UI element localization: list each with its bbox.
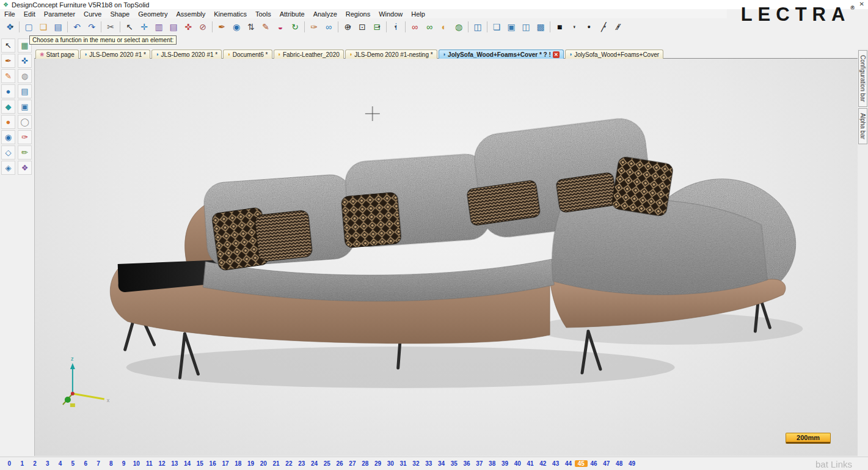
- toolbar-button[interactable]: ✒ ▾: [214, 20, 229, 34]
- layer-number[interactable]: 21: [270, 460, 283, 467]
- layer-number[interactable]: 46: [588, 460, 600, 467]
- menu-item[interactable]: Regions: [341, 10, 374, 18]
- toolbar-button[interactable]: ◒ ▾: [273, 20, 288, 34]
- close-icon[interactable]: ✕: [859, 1, 864, 7]
- configuration-bar-tab[interactable]: Configuration bar: [858, 50, 867, 107]
- select-tool-icon[interactable]: ↖: [1, 39, 15, 53]
- disc-tool-icon[interactable]: ●: [1, 115, 15, 129]
- toolbar-button[interactable]: ■ ▾: [552, 20, 567, 34]
- layer-number[interactable]: 25: [321, 460, 334, 467]
- menu-item[interactable]: Curve: [79, 10, 106, 18]
- layer-number[interactable]: 22: [283, 460, 296, 467]
- fan-tool-icon[interactable]: ❖: [18, 161, 32, 175]
- layer-number[interactable]: 40: [511, 460, 524, 467]
- tab-document6[interactable]: ◗ Document6 *: [223, 50, 272, 59]
- toolbar-button[interactable]: ❖ ▾: [2, 20, 17, 34]
- toolbar-button[interactable]: ↶ ▾: [70, 20, 84, 34]
- layer-number[interactable]: 47: [600, 460, 613, 467]
- layer-number[interactable]: 44: [562, 460, 575, 467]
- toolbar-button[interactable]: ⊟ ▾: [370, 20, 384, 34]
- layer-number[interactable]: 33: [422, 460, 435, 467]
- tab-jls-demo-2[interactable]: ◗ JLS-Demo 2020 #1 *: [151, 50, 222, 59]
- toolbar-button[interactable]: ✜ ▾: [181, 20, 195, 34]
- ellipse-tool-icon[interactable]: ◯: [18, 115, 32, 129]
- layer-number[interactable]: 29: [371, 460, 384, 467]
- layer-number[interactable]: 20: [257, 460, 270, 467]
- toolbar-button[interactable]: ⊡ ▾: [355, 20, 370, 34]
- toolbar-button[interactable]: ╱ ▾: [596, 20, 611, 34]
- toolbar-button[interactable]: ⁄⁄ ▾: [611, 20, 625, 34]
- menu-item[interactable]: Geometry: [134, 10, 172, 18]
- toolbar-button[interactable]: ∞ ▾: [407, 20, 422, 34]
- toolbar-button[interactable]: ▩ ▾: [533, 20, 548, 34]
- menu-item[interactable]: Help: [407, 10, 429, 18]
- tab-start-page[interactable]: ❀ Start page: [35, 50, 79, 59]
- menu-item[interactable]: Shape: [106, 10, 134, 18]
- menu-item[interactable]: Tools: [251, 10, 275, 18]
- layer-number[interactable]: 39: [498, 460, 511, 467]
- layer-number[interactable]: 35: [448, 460, 461, 467]
- toolbar-button[interactable]: ▤ ▾: [51, 20, 65, 34]
- toolbar-button[interactable]: ❏ ▾: [36, 20, 51, 34]
- box-tool-icon[interactable]: ▣: [18, 100, 32, 114]
- tab-fabric-leather[interactable]: ◗ Fabric-Leather_2020: [274, 50, 344, 59]
- layer-number[interactable]: 30: [384, 460, 397, 467]
- layer-number[interactable]: 36: [461, 460, 473, 467]
- toolbar-button[interactable]: ◫ ▾: [519, 20, 533, 34]
- layer-number[interactable]: 4: [54, 460, 67, 467]
- menu-item[interactable]: Assembly: [172, 10, 210, 18]
- layer-number[interactable]: 12: [156, 460, 169, 467]
- layer-number[interactable]: 43: [549, 460, 562, 467]
- layer-number[interactable]: 24: [308, 460, 321, 467]
- layer-number[interactable]: 17: [219, 460, 232, 467]
- layer-number[interactable]: 7: [92, 460, 105, 467]
- sphere-tool-icon[interactable]: ●: [1, 84, 15, 98]
- 3d-viewport[interactable]: z x 200mm: [34, 58, 858, 456]
- menu-item[interactable]: Window: [374, 10, 407, 18]
- gem-tool-icon[interactable]: ◈: [1, 161, 15, 175]
- toolbar-button[interactable]: ⊕ ▾: [340, 20, 355, 34]
- menu-item[interactable]: Analyze: [309, 10, 341, 18]
- layer-number[interactable]: 49: [625, 460, 638, 467]
- toolbar-button[interactable]: ◍ ▾: [451, 20, 466, 34]
- menu-item[interactable]: File: [0, 10, 20, 18]
- layer-number[interactable]: 8: [104, 460, 117, 467]
- layer-number[interactable]: 28: [359, 460, 371, 467]
- layer-number[interactable]: 14: [181, 460, 194, 467]
- toolbar-button[interactable]: ↻ ▾: [288, 20, 302, 34]
- layer-number[interactable]: 37: [473, 460, 486, 467]
- toolbar-button[interactable]: ▥ ▾: [151, 20, 166, 34]
- layer-number[interactable]: 32: [410, 460, 423, 467]
- layer-number[interactable]: 1: [16, 460, 29, 467]
- magnet-tool-icon[interactable]: ✜: [18, 54, 32, 68]
- toolbar-button[interactable]: ✛ ▾: [137, 20, 151, 34]
- layer-number[interactable]: 38: [486, 460, 498, 467]
- toolbar-button[interactable]: ◐ ▾: [437, 20, 451, 34]
- menu-item[interactable]: Attribute: [275, 10, 309, 18]
- toolbar-button[interactable]: i ▾: [388, 20, 403, 34]
- sofa-3d-model[interactable]: [110, 116, 803, 388]
- layer-number[interactable]: 6: [79, 460, 92, 467]
- toolbar-button[interactable]: ↖ ▾: [122, 20, 137, 34]
- layer-number[interactable]: 45: [575, 460, 588, 467]
- toolbar-button[interactable]: ✎ ▾: [258, 20, 273, 34]
- diamond-tool-icon[interactable]: ◇: [1, 145, 15, 160]
- tab-close-icon[interactable]: ✕: [553, 51, 560, 58]
- layer-number[interactable]: 5: [67, 460, 79, 467]
- toolbar-button[interactable]: ∞ ▾: [422, 20, 437, 34]
- toolbar-button[interactable]: ◉ ▾: [229, 20, 244, 34]
- wireframe-tool-icon[interactable]: ◍: [18, 69, 32, 83]
- toolbar-button[interactable]: ✂ ▾: [103, 20, 118, 34]
- tab-jolysofa-active[interactable]: ◗ JolySofa_Wood+Foams+Cover * ? ! ✕: [439, 50, 564, 59]
- layer-number[interactable]: 2: [29, 460, 42, 467]
- tab-jolysofa[interactable]: ◗ JolySofa_Wood+Foams+Cover: [565, 50, 663, 59]
- layer-number[interactable]: 31: [397, 460, 410, 467]
- layer-number[interactable]: 13: [168, 460, 181, 467]
- toolbar-button[interactable]: ▣ ▾: [504, 20, 519, 34]
- layer-number[interactable]: 48: [613, 460, 625, 467]
- pencil2-tool-icon[interactable]: ✏: [18, 145, 32, 160]
- toolbar-button[interactable]: ✑ ▾: [307, 20, 321, 34]
- layers-tool-icon[interactable]: ▤: [18, 84, 32, 98]
- layer-number[interactable]: 26: [334, 460, 346, 467]
- layer-number[interactable]: 23: [295, 460, 308, 467]
